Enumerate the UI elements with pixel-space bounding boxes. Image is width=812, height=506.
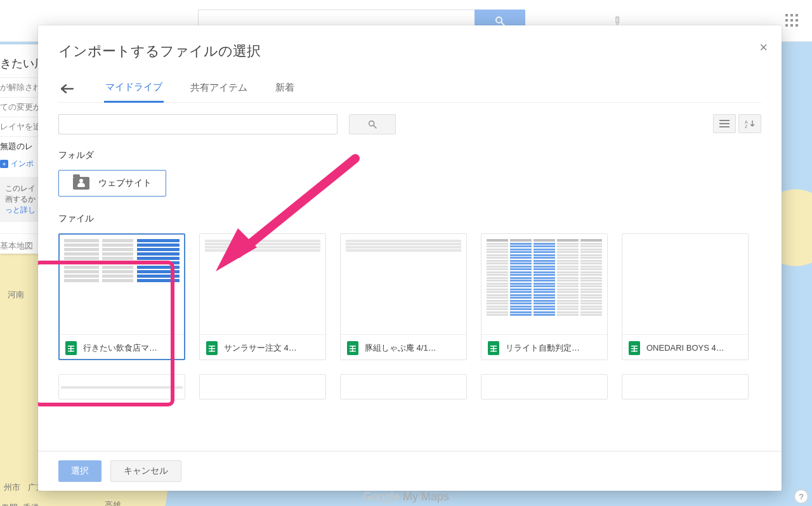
list-view-button[interactable] — [713, 114, 736, 133]
file-tile[interactable] — [340, 374, 467, 399]
folder-name: ウェブサイト — [98, 178, 152, 189]
picker-tabs: マイドライブ 共有アイテム 新着 — [58, 75, 761, 103]
file-tile[interactable] — [481, 374, 608, 399]
sort-button[interactable]: AZ — [738, 114, 761, 133]
svg-text:Z: Z — [745, 124, 748, 128]
svg-point-2 — [369, 121, 374, 126]
dialog-header: インポートするファイルの選択 マイドライブ 共有アイテム 新着 — [38, 25, 782, 103]
tab-shared[interactable]: 共有アイテム — [189, 75, 249, 101]
file-tile[interactable]: ONEDARI BOYS 4… — [622, 233, 749, 360]
svg-rect-5 — [719, 123, 730, 124]
file-name: リライト自動判定… — [506, 342, 580, 354]
file-tile[interactable]: サンラサー注文 4… — [199, 233, 326, 360]
file-tile[interactable]: リライト自動判定… — [481, 233, 608, 360]
sheets-icon — [65, 341, 77, 355]
file-tile[interactable] — [58, 374, 185, 399]
google-mymaps-watermark: Google My Maps — [363, 490, 449, 503]
file-tile[interactable]: 豚組しゃぶ庵 4/1… — [340, 233, 467, 360]
close-icon[interactable]: × — [759, 39, 768, 56]
back-arrow-icon[interactable] — [61, 84, 79, 93]
help-icon[interactable]: ? — [794, 490, 808, 503]
file-name: ONEDARI BOYS 4… — [646, 343, 724, 353]
tab-recent[interactable]: 新着 — [274, 75, 296, 101]
map-place-label: 河南 — [8, 289, 24, 301]
learn-more-link[interactable]: っと詳し — [5, 205, 36, 214]
dialog-footer: 選択 キャンセル — [38, 451, 782, 491]
sort-az-icon: AZ — [745, 119, 755, 128]
select-button[interactable]: 選択 — [58, 460, 102, 482]
picker-content: フォルダ ウェブサイト ファイル 行きたい飲食店マ…サンラサー注文 4…豚組しゃ… — [58, 145, 775, 451]
dialog-body: AZ フォルダ ウェブサイト ファイル 行きたい飲食店マ…サンラサー注文 4…豚… — [38, 103, 782, 451]
list-icon — [719, 120, 730, 127]
file-tile[interactable] — [199, 374, 326, 399]
file-name: 行きたい飲食店マ… — [83, 342, 157, 354]
picker-search-button[interactable] — [349, 114, 396, 134]
file-name: サンラサー注文 4… — [224, 342, 297, 354]
file-tile[interactable] — [622, 374, 749, 399]
map-place-label: 州市 — [4, 482, 20, 493]
search-icon — [367, 119, 377, 129]
sheets-icon — [488, 341, 499, 355]
sheets-icon — [629, 341, 640, 355]
file-tile[interactable]: 行きたい飲食店マ… — [58, 233, 185, 360]
map-place-label: 香港 — [23, 502, 39, 506]
svg-line-3 — [374, 126, 376, 128]
map-place-label: 高雄 — [105, 500, 121, 506]
picker-search-input[interactable] — [58, 114, 337, 134]
folder-tile[interactable]: ウェブサイト — [58, 170, 166, 197]
svg-rect-4 — [719, 120, 730, 121]
files-grid-row2 — [58, 374, 775, 399]
svg-rect-6 — [719, 126, 730, 127]
file-picker-dialog: × インポートするファイルの選択 マイドライブ 共有アイテム 新着 AZ — [38, 25, 782, 491]
files-label: ファイル — [58, 213, 775, 224]
tab-my-drive[interactable]: マイドライブ — [104, 75, 164, 103]
folders-label: フォルダ — [58, 150, 775, 161]
files-grid: 行きたい飲食店マ…サンラサー注文 4…豚組しゃぶ庵 4/1…リライト自動判定…O… — [58, 233, 775, 360]
apps-grid-icon[interactable] — [785, 14, 798, 27]
sheets-icon — [206, 341, 218, 355]
file-name: 豚組しゃぶ庵 4/1… — [365, 342, 436, 354]
shared-folder-icon — [73, 177, 89, 190]
svg-text:A: A — [745, 120, 748, 124]
sheets-icon — [347, 341, 358, 355]
dialog-title: インポートするファイルの選択 — [58, 42, 761, 61]
map-place-label: 奥門 — [1, 502, 18, 506]
cancel-button[interactable]: キャンセル — [110, 460, 181, 482]
